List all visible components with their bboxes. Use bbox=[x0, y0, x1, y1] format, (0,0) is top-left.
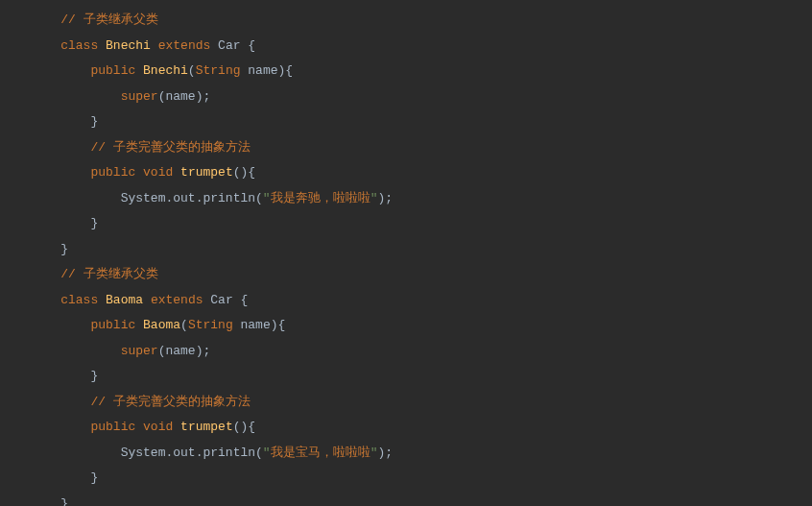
keyword-public: public bbox=[90, 165, 135, 180]
code-editor[interactable]: // 子类继承父类 class Bnechi extends Car { pub… bbox=[0, 8, 812, 506]
code-line: } bbox=[0, 237, 812, 263]
code-line: } bbox=[0, 492, 812, 507]
comment: // 子类完善父类的抽象方法 bbox=[90, 140, 250, 155]
paren-brace: ){ bbox=[271, 318, 286, 332]
constructor-name: Baoma bbox=[143, 318, 180, 332]
code-line: public Baoma(String name){ bbox=[0, 313, 812, 339]
keyword-class: class bbox=[60, 38, 98, 53]
super-args: (name); bbox=[158, 89, 211, 104]
string-content: 我是宝马，啦啦啦 bbox=[271, 446, 370, 460]
keyword-extends: extends bbox=[158, 38, 211, 53]
class-name: Bnechi bbox=[106, 38, 151, 53]
code-line: } bbox=[0, 211, 812, 237]
class-name: Baoma bbox=[106, 293, 143, 307]
brace-close: } bbox=[90, 369, 98, 383]
param-name: name bbox=[233, 318, 271, 332]
keyword-class: class bbox=[60, 293, 98, 307]
brace-close: } bbox=[60, 496, 68, 507]
code-line: // 子类完善父类的抽象方法 bbox=[0, 135, 812, 161]
code-line: // 子类完善父类的抽象方法 bbox=[0, 390, 812, 416]
constructor-name: Bnechi bbox=[143, 63, 188, 78]
type-string: String bbox=[196, 63, 241, 78]
parens-brace: (){ bbox=[233, 420, 255, 434]
string-quote: " bbox=[263, 191, 271, 205]
paren-brace: ){ bbox=[278, 63, 294, 78]
keyword-super: super bbox=[121, 344, 158, 358]
code-line: System.out.println("我是宝马，啦啦啦"); bbox=[0, 441, 812, 467]
brace: { bbox=[233, 293, 249, 307]
code-line: // 子类继承父类 bbox=[0, 8, 812, 34]
code-line: // 子类继承父类 bbox=[0, 262, 812, 288]
code-line: class Baoma extends Car { bbox=[0, 288, 812, 314]
brace: { bbox=[241, 38, 256, 53]
keyword-public: public bbox=[90, 63, 135, 78]
parent-class: Car bbox=[218, 38, 240, 53]
keyword-void: void bbox=[143, 165, 173, 180]
string-content: 我是奔驰，啦啦啦 bbox=[271, 191, 370, 205]
keyword-void: void bbox=[143, 420, 173, 434]
code-line: super(name); bbox=[0, 339, 812, 365]
code-line: } bbox=[0, 364, 812, 390]
comment: // 子类继承父类 bbox=[60, 12, 157, 27]
keyword-public: public bbox=[90, 420, 135, 434]
brace-close: } bbox=[60, 242, 68, 256]
method-name: trumpet bbox=[180, 420, 233, 434]
code-line: class Bnechi extends Car { bbox=[0, 34, 812, 60]
brace-close: } bbox=[90, 216, 98, 230]
sysout: System.out.println( bbox=[121, 446, 263, 460]
parent-class: Car bbox=[210, 293, 232, 307]
keyword-public: public bbox=[90, 318, 135, 332]
super-args: (name); bbox=[158, 344, 211, 358]
paren: ( bbox=[188, 63, 196, 78]
code-line: } bbox=[0, 109, 812, 135]
brace-close: } bbox=[90, 114, 98, 129]
comment: // 子类完善父类的抽象方法 bbox=[90, 395, 250, 409]
sysout: System.out.println( bbox=[121, 191, 263, 205]
keyword-super: super bbox=[121, 89, 158, 104]
comment: // 子类继承父类 bbox=[60, 267, 157, 281]
code-line: public void trumpet(){ bbox=[0, 415, 812, 441]
type-string: String bbox=[188, 318, 233, 332]
stmt-end: ); bbox=[377, 191, 393, 205]
param-name: name bbox=[240, 63, 277, 78]
method-name: trumpet bbox=[180, 165, 233, 180]
stmt-end: ); bbox=[377, 446, 393, 460]
string-quote: " bbox=[263, 446, 271, 460]
keyword-extends: extends bbox=[151, 293, 203, 307]
code-line: public Bnechi(String name){ bbox=[0, 59, 812, 84]
code-line: System.out.println("我是奔驰，啦啦啦"); bbox=[0, 186, 812, 212]
brace-close: } bbox=[90, 470, 98, 485]
parens-brace: (){ bbox=[233, 165, 255, 180]
paren: ( bbox=[180, 318, 188, 332]
code-line: super(name); bbox=[0, 84, 812, 110]
code-line: } bbox=[0, 466, 812, 492]
code-line: public void trumpet(){ bbox=[0, 160, 812, 186]
